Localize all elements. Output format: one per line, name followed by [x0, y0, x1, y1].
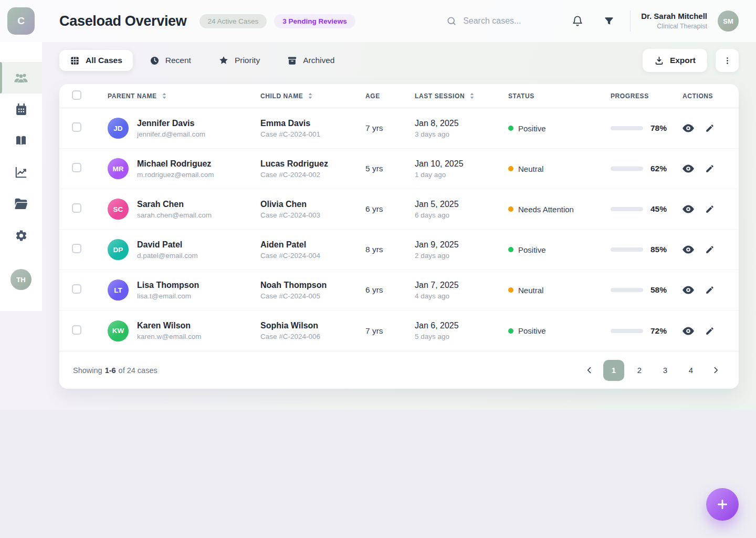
gear-icon [15, 229, 28, 242]
previous-page-button[interactable] [580, 360, 598, 381]
tab-archived[interactable]: Archived [277, 50, 345, 71]
child-age: 5 yrs [365, 164, 415, 173]
app-logo[interactable]: C [7, 7, 35, 35]
next-page-button[interactable] [706, 360, 725, 381]
case-id: Case #C-2024-001 [260, 130, 365, 138]
edit-case-button[interactable] [705, 204, 715, 214]
table-row: JD Jennifer Davis jennifer.d@email.com E… [59, 108, 739, 149]
child-name: Aiden Patel [260, 240, 365, 250]
table-body: JD Jennifer Davis jennifer.d@email.com E… [59, 108, 739, 351]
table-row: KW Karen Wilson karen.w@email.com Sophia… [59, 311, 739, 351]
download-icon [654, 56, 664, 66]
page-button[interactable]: 4 [680, 360, 701, 381]
pencil-icon [705, 326, 715, 336]
parent-avatar: KW [108, 320, 129, 342]
sidebar-item-calendar[interactable] [0, 94, 42, 125]
row-checkbox[interactable] [72, 284, 81, 294]
status-label: Positive [518, 124, 546, 133]
user-avatar[interactable]: SM [718, 11, 739, 32]
table-footer: Showing 1-6 of 24 cases 1 2 3 4 [59, 351, 739, 389]
status-dot [508, 328, 513, 334]
tab-priority[interactable]: Priority [208, 50, 270, 71]
status-dot [508, 247, 513, 252]
last-session-date: Jan 7, 2025 [415, 281, 508, 290]
sidebar-item-settings[interactable] [0, 220, 42, 251]
user-role: Clinical Therapist [641, 23, 707, 31]
column-actions: ACTIONS [682, 92, 739, 100]
sidebar-item-analytics[interactable] [0, 157, 42, 188]
chevron-right-icon [711, 366, 720, 375]
edit-case-button[interactable] [705, 245, 715, 254]
view-case-button[interactable] [682, 123, 694, 133]
parent-name: Michael Rodriguez [137, 159, 214, 169]
search-input[interactable] [463, 16, 550, 26]
top-header: C Caseload Overview 24 Active Cases 3 Pe… [0, 0, 756, 42]
column-last-session[interactable]: LAST SESSION [415, 92, 508, 100]
progress-percent: 62% [650, 164, 667, 173]
sidebar-item-files[interactable] [0, 188, 42, 220]
progress-percent: 85% [650, 245, 667, 254]
row-checkbox[interactable] [72, 163, 81, 172]
pencil-icon [705, 164, 715, 173]
page-button[interactable]: 2 [629, 360, 650, 381]
row-checkbox[interactable] [72, 122, 81, 132]
eye-icon [682, 164, 694, 173]
page-button[interactable]: 1 [603, 360, 624, 381]
edit-case-button[interactable] [705, 285, 715, 295]
star-icon [218, 55, 229, 66]
book-icon [14, 134, 28, 147]
table-row: DP David Patel d.patel@email.com Aiden P… [59, 230, 739, 270]
column-status: STATUS [508, 92, 611, 100]
progress-percent: 58% [650, 285, 667, 295]
status-dot [508, 166, 513, 171]
clock-icon [150, 56, 160, 66]
eye-icon [682, 326, 694, 336]
view-case-button[interactable] [682, 204, 694, 214]
edit-case-button[interactable] [705, 326, 715, 336]
sidebar-item-clients[interactable] [0, 62, 42, 94]
parent-avatar: MR [108, 158, 129, 179]
case-id: Case #C-2024-004 [260, 252, 365, 260]
sidebar-item-library[interactable] [0, 125, 42, 157]
column-child-name[interactable]: CHILD NAME [260, 92, 365, 100]
sidebar-avatar[interactable]: TH [10, 269, 32, 290]
last-session-ago: 4 days ago [415, 292, 508, 300]
child-name: Olivia Chen [260, 200, 365, 209]
notifications-button[interactable] [567, 11, 588, 32]
select-all-checkbox[interactable] [72, 90, 81, 100]
row-checkbox[interactable] [72, 244, 81, 253]
status-label: Positive [518, 245, 546, 254]
child-name: Emma Davis [260, 119, 365, 128]
child-age: 8 yrs [365, 245, 415, 254]
export-button[interactable]: Export [643, 49, 707, 72]
users-icon [13, 71, 29, 84]
row-checkbox[interactable] [72, 325, 81, 335]
eye-icon [682, 245, 694, 254]
edit-case-button[interactable] [705, 123, 715, 133]
active-cases-badge: 24 Active Cases [200, 14, 267, 28]
filter-button[interactable] [598, 11, 620, 32]
parent-name: Lisa Thompson [137, 281, 199, 290]
view-case-button[interactable] [682, 285, 694, 295]
child-name: Noah Thompson [260, 281, 365, 290]
page-button[interactable]: 3 [655, 360, 676, 381]
status-label: Neutral [518, 164, 543, 173]
row-checkbox[interactable] [72, 203, 81, 213]
more-options-button[interactable] [716, 49, 739, 72]
column-parent-name[interactable]: PARENT NAME [108, 92, 260, 100]
pencil-icon [705, 123, 715, 133]
progress-bar [611, 329, 643, 333]
status-dot [508, 206, 513, 212]
case-id: Case #C-2024-003 [260, 211, 365, 219]
view-case-button[interactable] [682, 326, 694, 336]
add-case-button[interactable] [706, 488, 739, 521]
search-box[interactable] [446, 16, 556, 26]
export-label: Export [670, 56, 696, 65]
view-case-button[interactable] [682, 245, 694, 254]
view-case-button[interactable] [682, 164, 694, 173]
sort-arrows-icon [308, 92, 313, 99]
child-age: 7 yrs [365, 326, 415, 336]
edit-case-button[interactable] [705, 164, 715, 173]
tab-all-cases[interactable]: All Cases [59, 50, 133, 71]
tab-recent[interactable]: Recent [139, 50, 202, 71]
